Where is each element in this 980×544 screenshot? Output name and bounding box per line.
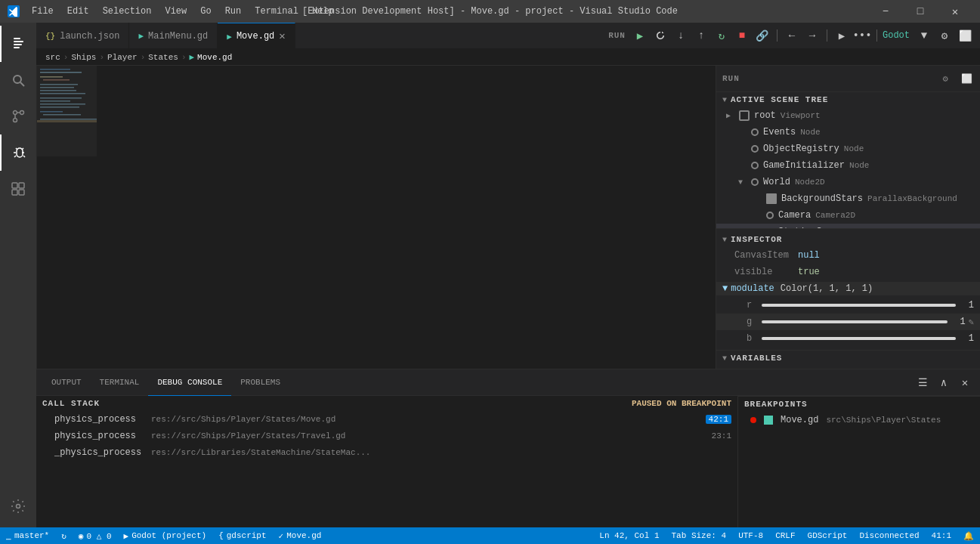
- activity-settings[interactable]: [0, 488, 36, 524]
- breadcrumb-ships[interactable]: Ships: [71, 53, 96, 62]
- tree-item-events[interactable]: Events Node: [716, 124, 980, 141]
- menu-view[interactable]: View: [159, 5, 193, 18]
- status-errors[interactable]: ◉ 0 △ 0: [73, 527, 118, 544]
- bp-check-1[interactable]: [764, 416, 773, 425]
- tab-problems[interactable]: PROBLEMS: [231, 369, 289, 396]
- continue-button[interactable]: ▶: [631, 26, 649, 45]
- activity-search[interactable]: [0, 62, 36, 98]
- bottom-collapse-btn[interactable]: ∧: [935, 373, 953, 391]
- tree-item-camera[interactable]: Camera Camera2D: [716, 207, 980, 224]
- tab-terminal[interactable]: TERMINAL: [91, 369, 149, 396]
- variables-chevron[interactable]: ▼: [722, 354, 728, 363]
- status-branch[interactable]: ⎯ master*: [0, 527, 55, 544]
- restart-button[interactable]: ↻: [713, 26, 731, 45]
- status-line-col[interactable]: 41:1: [926, 527, 957, 544]
- call-stack-title: CALL STACK: [42, 399, 100, 408]
- open-in-editor-button[interactable]: ▶: [833, 26, 851, 45]
- tab-output[interactable]: OUTPUT: [42, 369, 91, 396]
- status-language[interactable]: GDScript: [802, 527, 854, 544]
- inspector-canvasitem-row: CanvasItem null: [716, 247, 980, 264]
- more-button[interactable]: •••: [853, 26, 871, 45]
- scene-tree-chevron[interactable]: ▼: [722, 96, 728, 104]
- breadcrumb: src › Ships › Player › States › ▶ Move.g…: [36, 49, 980, 66]
- panel-settings-icon[interactable]: ⚙: [938, 71, 953, 86]
- inspector-chevron[interactable]: ▼: [722, 236, 728, 244]
- menu-run[interactable]: Run: [219, 5, 248, 18]
- breadcrumb-states[interactable]: States: [148, 53, 178, 62]
- maximize-button[interactable]: □: [903, 0, 938, 23]
- menu-edit[interactable]: Edit: [61, 5, 95, 18]
- menu-terminal[interactable]: Terminal: [249, 5, 305, 18]
- channel-b-bar[interactable]: [762, 337, 956, 340]
- tree-item-objectregistry[interactable]: ObjectRegistry Node: [716, 141, 980, 157]
- status-godot[interactable]: ▶ Godot (project): [118, 527, 213, 544]
- inspector-label: INSPECTOR: [731, 235, 782, 244]
- tree-type-world: Node2D: [795, 178, 825, 187]
- status-position[interactable]: Ln 42, Col 1: [593, 527, 665, 544]
- disconnect-button[interactable]: 🔗: [753, 26, 771, 45]
- activity-debug[interactable]: [0, 134, 36, 171]
- breadcrumb-src[interactable]: src: [45, 53, 60, 62]
- svg-point-6: [14, 111, 17, 115]
- status-line-ending[interactable]: CRLF: [769, 527, 801, 544]
- modulate-chevron[interactable]: ▼: [722, 283, 728, 294]
- back-button[interactable]: ←: [783, 26, 801, 45]
- tree-item-root[interactable]: ▶ root Viewport: [716, 107, 980, 124]
- tree-item-world[interactable]: ▼ World Node2D: [716, 174, 980, 190]
- title-bar: File Edit Selection View Go Run Terminal…: [0, 0, 980, 23]
- breadcrumb-player[interactable]: Player: [107, 53, 138, 62]
- call-stack-item-2[interactable]: physics_process res://src/Ships/Player/S…: [36, 428, 737, 444]
- tree-chevron-camera: [750, 212, 762, 220]
- channel-g-label: g: [747, 317, 759, 327]
- status-encoding[interactable]: UTF-8: [732, 527, 769, 544]
- stop-button[interactable]: ■: [733, 26, 751, 45]
- channel-b-row: b 1: [716, 330, 980, 347]
- bottom-menu-btn[interactable]: ☰: [914, 373, 932, 391]
- editor-area: {} launch.json ▶ MainMenu.gd ▶ Move.gd ✕…: [36, 23, 980, 527]
- settings-button[interactable]: ⚙: [935, 26, 954, 45]
- close-button[interactable]: ✕: [938, 0, 972, 23]
- tab-debug-console[interactable]: DEBUG CONSOLE: [148, 369, 231, 396]
- inspector-visible-row: visible true: [716, 264, 980, 280]
- breadcrumb-file[interactable]: Move.gd: [197, 53, 232, 62]
- tree-item-backgroundstars[interactable]: BackgroundStars ParallaxBackground: [716, 190, 980, 207]
- modulate-label: modulate: [731, 283, 774, 294]
- tab-main-menu-gd[interactable]: ▶ MainMenu.gd: [129, 23, 218, 49]
- godot-dropdown[interactable]: ▼: [915, 26, 933, 45]
- status-sync[interactable]: ↻: [55, 527, 73, 544]
- activity-extensions[interactable]: [0, 171, 36, 207]
- channel-r-bar[interactable]: [762, 304, 956, 307]
- bottom-close-btn[interactable]: ✕: [956, 373, 974, 391]
- minimap[interactable]: [36, 66, 97, 369]
- panel-split-icon[interactable]: ⬜: [959, 71, 974, 86]
- tab-move-gd[interactable]: ▶ Move.gd ✕: [218, 23, 295, 49]
- scene-tree-panel: ▼ ACTIVE SCENE TREE ▶ root Viewport: [716, 92, 980, 228]
- activity-source-control[interactable]: [0, 98, 36, 134]
- menu-selection[interactable]: Selection: [97, 5, 158, 18]
- forward-button[interactable]: →: [803, 26, 821, 45]
- tree-item-gameinitializer[interactable]: GameInitializer Node: [716, 157, 980, 174]
- step-out-button[interactable]: ↑: [692, 26, 710, 45]
- tab-close-button[interactable]: ✕: [279, 31, 285, 42]
- status-gdscript[interactable]: { gdscript: [212, 527, 272, 544]
- code-editor[interactable]: 21 22 23 24 25 26 27 28 29 30 31 32 33 3…: [36, 66, 716, 369]
- status-move-gd[interactable]: ✓ Move.gd: [273, 527, 328, 544]
- right-panel: RUN ⚙ ⬜ ▼ ACTIVE SCENE TREE ▶: [716, 66, 980, 369]
- tab-launch-json[interactable]: {} launch.json: [36, 23, 129, 49]
- language-text: GDScript: [808, 531, 848, 540]
- minimize-button[interactable]: −: [868, 0, 903, 23]
- call-stack-item-1[interactable]: physics_process res://src/Ships/Player/S…: [36, 411, 737, 428]
- menu-go[interactable]: Go: [194, 5, 217, 18]
- status-disconnected[interactable]: Disconnected: [853, 527, 925, 544]
- step-over-button[interactable]: [651, 26, 669, 45]
- menu-file[interactable]: File: [26, 5, 60, 18]
- status-notifications[interactable]: 🔔: [957, 527, 980, 544]
- activity-explorer[interactable]: [0, 26, 36, 62]
- call-stack-item-3[interactable]: _physics_process res://src/Libraries/Sta…: [36, 444, 737, 461]
- split-button[interactable]: ⬜: [956, 26, 974, 45]
- step-into-button[interactable]: ↓: [672, 26, 690, 45]
- status-left: ⎯ master* ↻ ◉ 0 △ 0 ▶ Godot (project) { …: [0, 527, 327, 544]
- channel-g-bar[interactable]: [762, 320, 948, 323]
- status-tab-size[interactable]: Tab Size: 4: [666, 527, 733, 544]
- channel-g-edit[interactable]: ✎: [969, 317, 974, 328]
